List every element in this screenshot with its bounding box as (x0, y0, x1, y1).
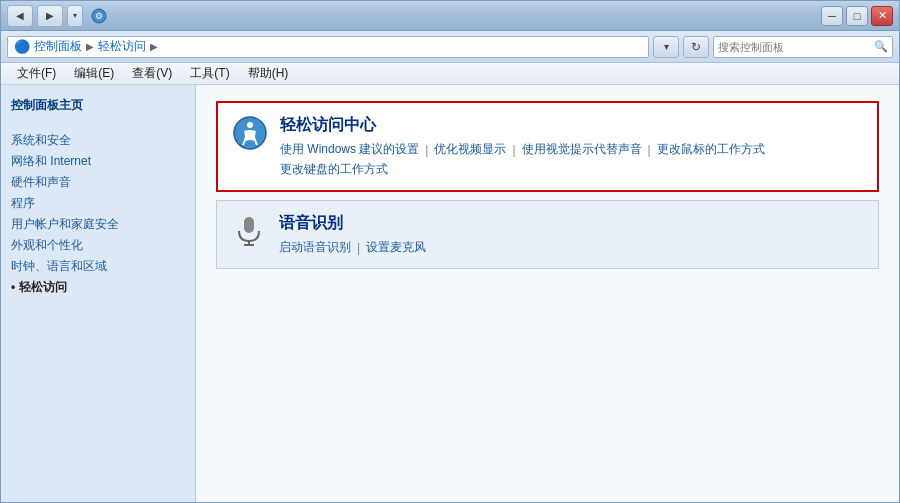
sidebar-item-hardware[interactable]: 硬件和声音 (11, 172, 185, 193)
svg-text:⚙: ⚙ (95, 11, 103, 21)
sidebar-item-clock[interactable]: 时钟、语言和区域 (11, 256, 185, 277)
search-icon[interactable]: 🔍 (874, 40, 888, 53)
main-window: ◀ ▶ ▾ ⚙ ─ □ ✕ 🔵 控制面板 ▶ 轻松访问 ▶ ▾ (0, 0, 900, 503)
main-area: 控制面板主页 系统和安全 网络和 Internet 硬件和声音 程序 用户帐户和… (1, 85, 899, 502)
title-bar: ◀ ▶ ▾ ⚙ ─ □ ✕ (1, 1, 899, 31)
forward-button[interactable]: ▶ (37, 5, 63, 27)
breadcrumb-item-controlpanel[interactable]: 控制面板 (34, 38, 82, 55)
menu-bar: 文件(F) 编辑(E) 查看(V) 工具(T) 帮助(H) (1, 63, 899, 85)
svg-point-3 (247, 122, 253, 128)
breadcrumb-item-easyaccess[interactable]: 轻松访问 (98, 38, 146, 55)
link-visual-cues[interactable]: 使用视觉提示代替声音 (522, 141, 642, 158)
breadcrumb-bar: 🔵 控制面板 ▶ 轻松访问 ▶ (7, 36, 649, 58)
link-change-keyboard[interactable]: 更改键盘的工作方式 (280, 161, 388, 178)
sidebar-item-network[interactable]: 网络和 Internet (11, 151, 185, 172)
address-bar: 🔵 控制面板 ▶ 轻松访问 ▶ ▾ ↻ 🔍 (1, 31, 899, 63)
easyaccess-title: 轻松访问中心 (280, 115, 863, 136)
easyaccess-body: 轻松访问中心 使用 Windows 建议的设置 | 优化视频显示 | 使用视觉提… (280, 115, 863, 178)
speech-recognition-panel: 语音识别 启动语音识别 | 设置麦克风 (216, 200, 879, 269)
back-button[interactable]: ◀ (7, 5, 33, 27)
close-button[interactable]: ✕ (871, 6, 893, 26)
sep-speech: | (357, 241, 360, 255)
easyaccess-links-row1: 使用 Windows 建议的设置 | 优化视频显示 | 使用视觉提示代替声音 |… (280, 141, 863, 158)
recent-button[interactable]: ▾ (67, 5, 83, 27)
menu-file[interactable]: 文件(F) (9, 63, 64, 84)
title-bar-left: ◀ ▶ ▾ ⚙ (7, 5, 107, 27)
search-bar: 🔍 (713, 36, 893, 58)
link-start-speech[interactable]: 启动语音识别 (279, 239, 351, 256)
sidebar: 控制面板主页 系统和安全 网络和 Internet 硬件和声音 程序 用户帐户和… (1, 85, 196, 502)
svg-rect-6 (244, 217, 254, 233)
sidebar-item-useraccount[interactable]: 用户帐户和家庭安全 (11, 214, 185, 235)
sidebar-main-title[interactable]: 控制面板主页 (11, 97, 185, 118)
easyaccess-icon (232, 115, 268, 151)
link-setup-mic[interactable]: 设置麦克风 (366, 239, 426, 256)
minimize-button[interactable]: ─ (821, 6, 843, 26)
sidebar-nav: 系统和安全 网络和 Internet 硬件和声音 程序 用户帐户和家庭安全 外观… (11, 130, 185, 298)
search-input[interactable] (718, 41, 870, 53)
breadcrumb-separator: ▶ (86, 41, 94, 52)
speech-body: 语音识别 启动语音识别 | 设置麦克风 (279, 213, 864, 256)
breadcrumb-icon: 🔵 (14, 39, 30, 54)
link-optimize-video[interactable]: 优化视频显示 (434, 141, 506, 158)
speech-title: 语音识别 (279, 213, 864, 234)
dropdown-button[interactable]: ▾ (653, 36, 679, 58)
easyaccess-center-panel: 轻松访问中心 使用 Windows 建议的设置 | 优化视频显示 | 使用视觉提… (216, 101, 879, 192)
menu-edit[interactable]: 编辑(E) (66, 63, 122, 84)
menu-help[interactable]: 帮助(H) (240, 63, 297, 84)
link-use-windows-recommend[interactable]: 使用 Windows 建议的设置 (280, 141, 419, 158)
sep2: | (512, 143, 515, 157)
easyaccess-links-row2: 更改键盘的工作方式 (280, 161, 863, 178)
speech-icon (231, 213, 267, 249)
refresh-button[interactable]: ↻ (683, 36, 709, 58)
window-controls: ─ □ ✕ (821, 6, 893, 26)
window-icon: ⚙ (91, 8, 107, 24)
menu-view[interactable]: 查看(V) (124, 63, 180, 84)
maximize-button[interactable]: □ (846, 6, 868, 26)
breadcrumb-current-arrow: ▶ (150, 41, 158, 52)
sep1: | (425, 143, 428, 157)
sidebar-item-easyaccess[interactable]: 轻松访问 (11, 277, 185, 298)
link-change-mouse[interactable]: 更改鼠标的工作方式 (657, 141, 765, 158)
speech-links: 启动语音识别 | 设置麦克风 (279, 239, 864, 256)
sidebar-item-system[interactable]: 系统和安全 (11, 130, 185, 151)
sidebar-item-programs[interactable]: 程序 (11, 193, 185, 214)
menu-tools[interactable]: 工具(T) (182, 63, 237, 84)
content-area: 轻松访问中心 使用 Windows 建议的设置 | 优化视频显示 | 使用视觉提… (196, 85, 899, 502)
sidebar-item-appearance[interactable]: 外观和个性化 (11, 235, 185, 256)
sep3: | (648, 143, 651, 157)
